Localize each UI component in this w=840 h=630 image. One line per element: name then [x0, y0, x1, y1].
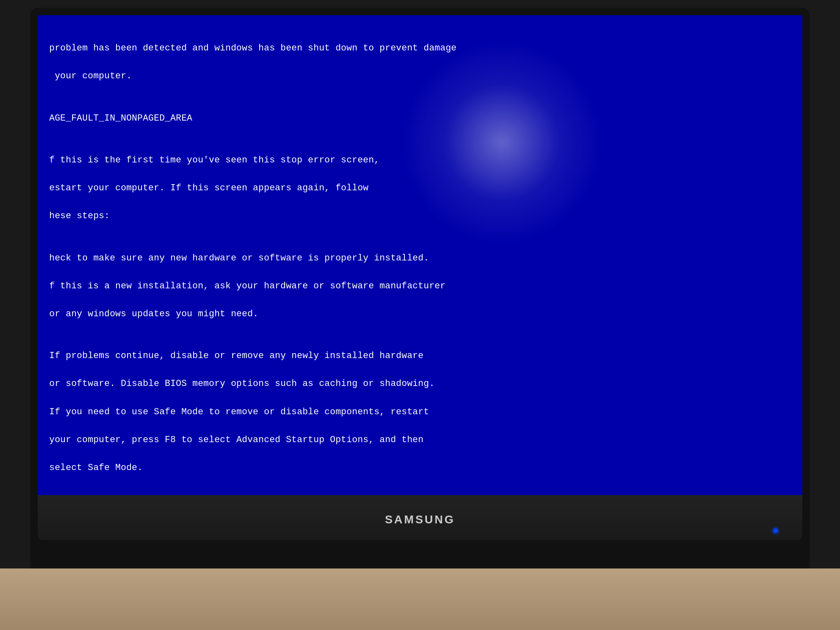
monitor-brand-label: SAMSUNG [385, 513, 455, 526]
bsod-line12: or any windows updates you might need. [49, 307, 490, 321]
monitor-power-led [774, 529, 778, 533]
bsod-line7: estart your computer. If this screen app… [49, 181, 490, 195]
bsod-line15: or software. Disable BIOS memory options… [49, 377, 490, 391]
bsod-line8: hese steps: [49, 209, 490, 223]
bsod-line4: AGE_FAULT_IN_NONPAGED_AREA [49, 112, 490, 126]
bsod-line2: your computer. [49, 69, 490, 83]
bsod-line16: If you need to use Safe Mode to remove o… [49, 405, 490, 419]
desk-surface [0, 568, 840, 630]
monitor-outer: problem has been detected and windows ha… [30, 8, 810, 582]
bsod-line6: f this is the first time you've seen thi… [49, 153, 490, 167]
bsod-line18: select Safe Mode. [49, 461, 490, 475]
bsod-line10: heck to make sure any new hardware or so… [49, 251, 490, 265]
bsod-text: problem has been detected and windows ha… [38, 15, 501, 495]
bsod-line1: problem has been detected and windows ha… [49, 41, 490, 55]
screen: problem has been detected and windows ha… [38, 15, 802, 495]
monitor-bezel-bottom: SAMSUNG [38, 495, 802, 540]
bsod-line11: f this is a new installation, ask your h… [49, 279, 490, 293]
bsod-line17: your computer, press F8 to select Advanc… [49, 433, 490, 447]
bsod-line14: If problems continue, disable or remove … [49, 349, 490, 363]
